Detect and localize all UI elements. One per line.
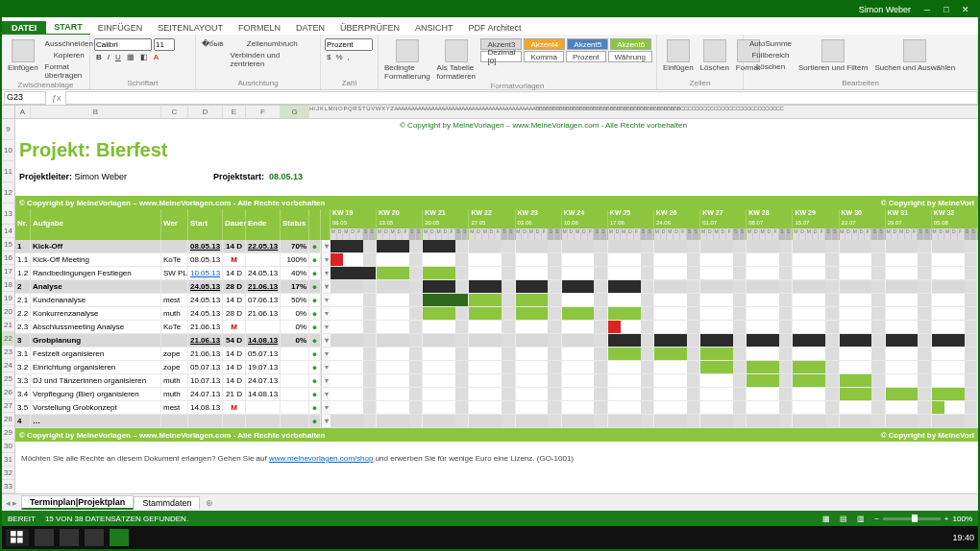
shop-link[interactable]: www.meinevorlagen.com/shop	[269, 454, 374, 463]
row-dropdown-icon[interactable]: ▾	[321, 334, 331, 347]
fx-icon[interactable]: ƒx	[48, 93, 65, 103]
taskbar-excel-icon[interactable]	[110, 529, 129, 546]
ribbon-tab-seitenlayout[interactable]: SEITENLAYOUT	[150, 21, 231, 35]
ribbon-tab-überprüfen[interactable]: ÜBERPRÜFEN	[332, 21, 407, 35]
row-dropdown-icon[interactable]: ▾	[321, 361, 331, 373]
gantt-task-row[interactable]: 2.3Abschlussmeeting AnalyseKoTe21.06.13M…	[15, 321, 978, 334]
fill-color-button[interactable]: ◧	[138, 52, 150, 62]
autosum-button[interactable]: AutoSumme	[747, 38, 794, 49]
italic-button[interactable]: I	[106, 52, 111, 62]
cell-styles-gallery[interactable]: Akzent3Akzent4Akzent5Akzent6Dezimal [0]K…	[480, 38, 652, 62]
row-dropdown-icon[interactable]: ▾	[321, 388, 331, 400]
format-painter-button[interactable]: Format übertragen	[43, 61, 95, 81]
start-button[interactable]	[6, 529, 29, 546]
formula-input[interactable]	[65, 91, 978, 105]
sheet-nav-first[interactable]: ◂	[6, 498, 11, 508]
ribbon-tab-ansicht[interactable]: ANSICHT	[407, 21, 461, 35]
ribbon-tab-pdf architect[interactable]: PDF Architect	[460, 21, 528, 35]
row-dropdown-icon[interactable]: ▾	[321, 280, 331, 293]
wrap-text-button[interactable]: Zeilenumbruch	[229, 38, 316, 49]
taskbar-clock[interactable]: 19:40	[952, 533, 974, 542]
gantt-task-row[interactable]: 2.2Konkurrenzanalysemuth24.05.1328 D21.0…	[15, 307, 978, 321]
copy-button[interactable]: Kopieren	[43, 50, 95, 60]
find-select-button[interactable]: Suchen und Auswählen	[873, 38, 958, 73]
maximize-button[interactable]: □	[940, 5, 953, 14]
column-headers[interactable]: ABCDEFG H I J K L M N O P Q R S T U V W …	[2, 106, 978, 119]
align-top-button[interactable]: �быв	[200, 38, 226, 49]
view-normal-button[interactable]: ▦	[822, 515, 830, 523]
ribbon-tab-formeln[interactable]: FORMELN	[231, 21, 288, 35]
ribbon-tab-daten[interactable]: DATEN	[288, 21, 332, 35]
sort-filter-button[interactable]: Sortieren und Filtern	[796, 38, 870, 73]
cell-style-akzent5[interactable]: Akzent5	[567, 38, 608, 50]
column-headers-right[interactable]: H I J K L M N O P Q R S T U V W X Y Z AA…	[309, 106, 978, 118]
cell-style-dezimal-0-[interactable]: Dezimal [0]	[480, 51, 522, 62]
row-dropdown-icon[interactable]: ▾	[321, 267, 331, 279]
taskbar-app-icon[interactable]	[85, 529, 104, 546]
cell-style-w-hrung[interactable]: Währung	[608, 51, 652, 62]
underline-button[interactable]: U	[113, 52, 123, 62]
ribbon-tab-einfügen[interactable]: EINFÜGEN	[90, 21, 151, 35]
gantt-task-row[interactable]: 3.5Vorstellung Grobkonzeptmest14.08.13M●…	[15, 401, 978, 415]
col-header-E[interactable]: E	[223, 106, 246, 118]
row-dropdown-icon[interactable]: ▾	[321, 294, 331, 306]
currency-button[interactable]: $	[325, 52, 332, 62]
cell-style-prozent[interactable]: Prozent	[566, 51, 606, 62]
font-size-select[interactable]	[154, 38, 175, 51]
border-button[interactable]: ▦	[125, 52, 136, 62]
font-family-select[interactable]	[94, 38, 152, 51]
row-headers[interactable]: 9101112131415161718192021222324252627282…	[2, 119, 15, 493]
gantt-task-row[interactable]: 2.1Kundenanalysemest24.05.1314 D07.06.13…	[15, 294, 978, 307]
gantt-task-row[interactable]: 3.3DJ und Tänzerinnen organisierenmuth10…	[15, 374, 978, 388]
col-header-D[interactable]: D	[188, 106, 223, 118]
gantt-task-row[interactable]: 3.4Verpflegung (Bier) organisierenmuth24…	[15, 388, 978, 401]
format-as-table-button[interactable]: Als Tabelle formatieren	[435, 38, 478, 82]
col-header-F[interactable]: F	[246, 106, 281, 118]
gantt-task-row[interactable]: 1.1Kick-Off MeetingKoTe08.05.13M100%●▾	[15, 253, 978, 267]
gantt-phase-row[interactable]: 1Kick-Off08.05.1314 D22.05.1370%●▾	[15, 240, 978, 253]
font-color-button[interactable]: A	[152, 52, 160, 62]
row-dropdown-icon[interactable]: ▾	[321, 347, 331, 360]
gantt-task-row[interactable]: 1.2Randbedingungen FestlegenSW PL10.05.1…	[15, 267, 978, 280]
row-dropdown-icon[interactable]: ▾	[321, 240, 331, 252]
minimize-button[interactable]: ─	[920, 5, 934, 14]
add-sheet-button[interactable]: ⊕	[200, 498, 219, 508]
clear-button[interactable]: Löschen	[747, 61, 794, 72]
col-header-A[interactable]: A	[15, 106, 31, 118]
percent-button[interactable]: %	[333, 52, 344, 62]
row-dropdown-icon[interactable]: ▾	[321, 415, 331, 427]
col-header-C[interactable]: C	[161, 106, 188, 118]
cut-button[interactable]: Ausschneiden	[43, 38, 95, 49]
merge-center-button[interactable]: Verbinden und zentrieren	[229, 50, 316, 69]
col-header-G[interactable]: G	[281, 106, 309, 118]
gantt-task-row[interactable]: 3.1Festzelt organisierenzope21.06.1314 D…	[15, 347, 978, 361]
cell-style-akzent4[interactable]: Akzent4	[524, 38, 565, 50]
view-layout-button[interactable]: ▤	[840, 515, 847, 523]
paste-button[interactable]: Einfügen	[6, 38, 40, 73]
sheet-tab[interactable]: Stammdaten	[134, 496, 200, 509]
close-button[interactable]: ✕	[959, 5, 972, 14]
row-dropdown-icon[interactable]: ▾	[321, 307, 331, 320]
bold-button[interactable]: B	[94, 52, 104, 62]
name-box[interactable]: G23	[4, 91, 46, 105]
cell-style-komma[interactable]: Komma	[524, 51, 564, 62]
sheet-tab[interactable]: Terminplan|Projektplan	[21, 495, 134, 510]
sheet-nav-prev[interactable]: ▸	[12, 498, 17, 508]
gantt-phase-row[interactable]: 3Grobplanung21.06.1354 D14.08.130%●▾	[15, 334, 978, 347]
taskbar-explorer-icon[interactable]	[60, 529, 79, 546]
row-dropdown-icon[interactable]: ▾	[321, 401, 331, 414]
conditional-formatting-button[interactable]: Bedingte Formatierung	[382, 38, 432, 82]
taskbar-ie-icon[interactable]	[35, 529, 54, 546]
view-break-button[interactable]: ▥	[857, 515, 865, 523]
fill-button[interactable]: Füllbereich	[747, 50, 794, 60]
row-dropdown-icon[interactable]: ▾	[321, 374, 331, 387]
number-format-select[interactable]	[325, 38, 373, 51]
gantt-phase-row[interactable]: 4…●▾	[15, 415, 978, 428]
insert-cells-button[interactable]: Einfügen	[661, 38, 696, 73]
ribbon-tab-start[interactable]: START	[46, 20, 89, 35]
file-tab[interactable]: DATEI	[2, 21, 46, 35]
delete-cells-button[interactable]: Löschen	[698, 38, 731, 73]
col-header-B[interactable]: B	[31, 106, 161, 118]
gantt-phase-row[interactable]: 2Analyse24.05.1328 D21.06.1317%●▾	[15, 280, 978, 294]
zoom-control[interactable]: −+ 100%	[874, 515, 972, 523]
